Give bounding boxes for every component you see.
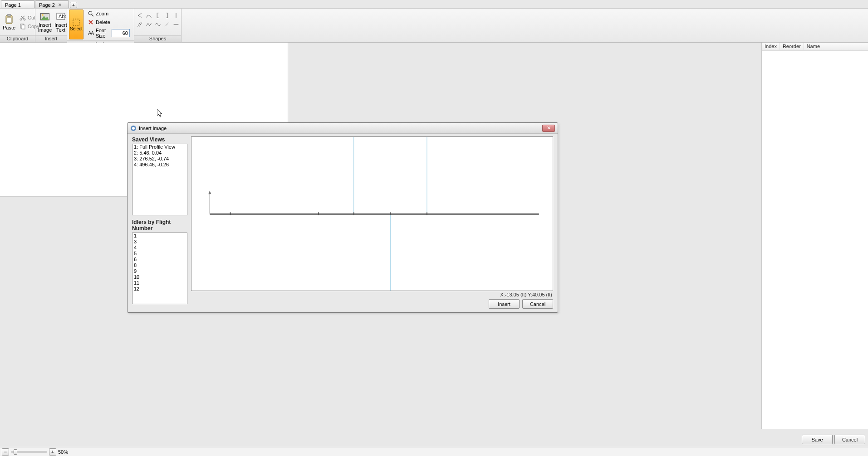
idler-item[interactable]: 3 [132,239,187,245]
shape-bracket-right[interactable] [163,11,171,19]
cut-label: Cut [28,15,35,20]
insert-text-label: Insert Text [54,23,67,33]
ribbon: Paste Cut Copy Clipboard [0,8,868,43]
shape-bracket-left[interactable] [154,11,162,19]
zoom-label: Zoom [96,11,108,16]
select-icon [72,18,80,26]
svg-rect-6 [22,25,25,29]
shape-line-horiz[interactable] [172,20,180,29]
svg-point-10 [42,14,44,16]
tab-label: Page 1 [5,2,21,8]
zoom-slider[interactable] [11,451,47,453]
preview-canvas[interactable] [191,136,553,291]
workspace: Index Reorder Name Save Cancel Insert Im… [0,43,868,447]
tab-label: Page 2 [39,2,55,8]
svg-point-24 [132,127,135,130]
text-icon: Abc [55,11,66,22]
idler-item[interactable]: 11 [132,280,187,286]
page-tabstrip: Page 1 Page 2 ✕ + [0,0,868,8]
shape-arc[interactable] [145,11,153,19]
cancel-button[interactable]: Cancel [834,435,865,444]
zoom-out-button[interactable]: − [2,448,9,456]
fontsize-input[interactable] [112,29,130,37]
image-icon [39,11,50,22]
close-icon[interactable]: ✕ [58,3,62,7]
insert-image-dialog: Insert Image ✕ Saved Views 1: Full Profi… [127,122,558,313]
cut-icon [20,15,26,21]
zoom-slider-thumb[interactable] [14,449,17,455]
add-tab-button[interactable]: + [70,2,77,8]
idlers-list[interactable]: 1345689101112 [132,233,187,304]
saved-view-item[interactable]: 1: Full Profile View [132,144,187,150]
paste-button[interactable]: Paste [2,10,16,34]
svg-point-14 [88,11,92,15]
close-icon: ✕ [547,125,551,131]
dialog-cancel-button[interactable]: Cancel [522,299,553,309]
saved-view-item[interactable]: 2: 5.46, 0.04 [132,150,187,156]
coordinate-readout: X:-13.05 (ft) Y:40.05 (ft) [191,291,553,298]
idler-item[interactable]: 10 [132,274,187,280]
idler-item[interactable]: 8 [132,262,187,268]
shape-arrow-left[interactable] [136,11,144,19]
shape-line-vertical[interactable] [172,11,180,19]
svg-rect-36 [427,212,427,215]
col-name[interactable]: Name [804,43,868,50]
shape-wave[interactable] [154,20,162,29]
svg-text:A: A [91,30,94,36]
group-label-clipboard: Clipboard [0,35,35,42]
profile-preview-svg [191,137,553,291]
idler-item[interactable]: 6 [132,257,187,262]
shape-zigzag[interactable] [145,20,153,29]
side-panel-header: Index Reorder Name [762,43,868,51]
paste-label: Paste [3,25,15,30]
insert-image-label: Insert Image [38,23,52,33]
select-button[interactable]: Select [69,10,83,39]
svg-rect-2 [7,18,11,23]
app-icon [130,125,137,131]
shape-lines-parallel[interactable] [136,20,144,29]
ribbon-group-shapes: Shapes [134,9,181,42]
dialog-insert-button[interactable]: Insert [489,299,520,309]
ribbon-group-insert: Insert Image Abc Insert Text Insert [35,9,67,42]
saved-views-label: Saved Views [132,136,187,143]
dialog-close-button[interactable]: ✕ [542,125,555,132]
zoom-in-button[interactable]: + [49,448,56,456]
ribbon-group-tools: Select Zoom Delete AA [67,9,134,42]
svg-rect-35 [390,212,391,215]
fontsize-icon: AA [88,30,94,36]
footer-buttons: Save Cancel [802,435,865,444]
saved-view-item[interactable]: 4: 496.46, -0.26 [132,162,187,168]
tab-page-2[interactable]: Page 2 ✕ [35,0,69,8]
saved-views-list[interactable]: 1: Full Profile View2: 5.46, 0.043: 276.… [132,144,187,215]
select-label: Select [70,26,83,31]
col-index[interactable]: Index [762,43,780,50]
idler-item[interactable]: 4 [132,245,187,251]
plus-icon: + [72,2,75,8]
zoom-button[interactable]: Zoom [85,10,132,18]
zoom-icon [88,10,94,17]
svg-rect-13 [73,19,79,25]
idler-item[interactable]: 9 [132,268,187,274]
idler-item[interactable]: 5 [132,251,187,257]
font-size-row: AA Font Size [85,27,132,39]
svg-line-21 [165,23,169,27]
svg-rect-32 [230,212,231,215]
save-button[interactable]: Save [802,435,833,444]
insert-image-button[interactable]: Insert Image [37,10,53,34]
tab-page-1[interactable]: Page 1 [1,0,35,8]
insert-text-button[interactable]: Abc Insert Text [54,10,68,34]
idlers-label: Idlers by Flight Number [132,219,187,232]
fontsize-label: Font Size [96,28,110,39]
side-panel: Index Reorder Name [761,43,868,429]
idler-item[interactable]: 1 [132,233,187,239]
shape-line-diag[interactable] [163,20,171,29]
svg-rect-34 [353,212,354,215]
saved-view-item[interactable]: 3: 276.52, -0.74 [132,156,187,162]
dialog-titlebar[interactable]: Insert Image ✕ [128,123,558,134]
group-label-shapes: Shapes [134,35,181,42]
delete-button[interactable]: Delete [85,18,132,26]
svg-line-15 [92,15,93,16]
idler-item[interactable]: 12 [132,286,187,292]
dialog-title: Insert Image [139,126,542,131]
col-reorder[interactable]: Reorder [780,43,804,50]
